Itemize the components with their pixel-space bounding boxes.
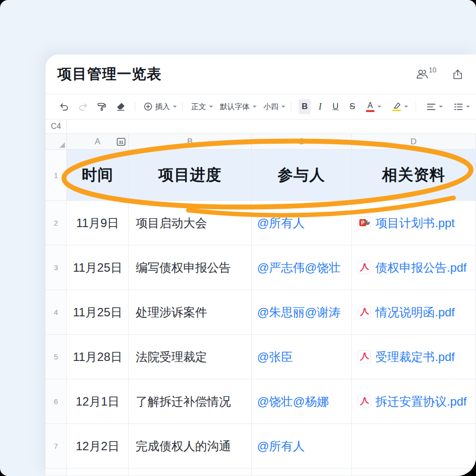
format-painter-button[interactable] bbox=[95, 99, 108, 114]
collaborator-count: 10 bbox=[428, 66, 436, 74]
cell-task[interactable]: 了解拆迁补偿情况 bbox=[129, 379, 252, 424]
highlight-color-button[interactable] bbox=[389, 99, 411, 114]
attachment-link[interactable]: 情况说明函.pdf bbox=[358, 304, 455, 320]
toolbar-divider bbox=[291, 102, 291, 111]
underline-label: U bbox=[332, 102, 338, 112]
pdf-file-icon bbox=[358, 350, 371, 363]
cell-date[interactable]: 11月9日 bbox=[67, 201, 129, 245]
attachment-link[interactable]: 受理裁定书.pdf bbox=[358, 349, 455, 365]
cell-participants[interactable]: @所有人 bbox=[252, 424, 352, 469]
paragraph-style-select[interactable]: 正文 bbox=[191, 102, 213, 112]
column-header-a[interactable]: A 31 bbox=[67, 134, 129, 150]
task-text: 法院受理裁定 bbox=[136, 349, 207, 365]
row-number[interactable]: 5 bbox=[46, 335, 67, 379]
mention-link[interactable]: @朱思丽@谢涛 bbox=[257, 304, 341, 320]
select-all-corner[interactable] bbox=[46, 134, 67, 150]
file-name: 项目计划书.ppt bbox=[375, 215, 455, 231]
cell-participants[interactable]: @张臣 bbox=[252, 335, 352, 379]
table-row: 7 12月2日 完成债权人的沟通 @所有人 bbox=[46, 424, 476, 469]
chevron-down-icon bbox=[466, 106, 470, 110]
toolbar-divider bbox=[416, 102, 416, 111]
mention-link[interactable]: @张臣 bbox=[257, 349, 293, 365]
font-color-icon: A bbox=[366, 102, 374, 112]
cell-attachment[interactable] bbox=[352, 424, 476, 469]
eraser-button[interactable] bbox=[114, 99, 127, 114]
row-number[interactable]: 6 bbox=[46, 379, 67, 424]
row-number[interactable]: 7 bbox=[46, 424, 67, 469]
cell-participants[interactable]: @严志伟@饶壮 bbox=[252, 245, 352, 290]
strikethrough-button[interactable]: S bbox=[347, 99, 358, 114]
table-row: 4 11月25日 处理涉诉案件 @朱思丽@谢涛 情况说明函.pdf bbox=[46, 290, 476, 335]
undo-button[interactable] bbox=[57, 99, 70, 114]
row-number[interactable]: 2 bbox=[46, 201, 67, 245]
align-select[interactable] bbox=[423, 99, 446, 114]
cell-task[interactable]: 处理涉诉案件 bbox=[129, 290, 252, 335]
mention-link[interactable]: @所有人 bbox=[257, 438, 305, 454]
header-cell-materials[interactable]: 相关资料 bbox=[352, 150, 476, 201]
italic-button[interactable]: I bbox=[316, 99, 324, 114]
cell-attachment[interactable]: P 项目计划书.ppt bbox=[352, 201, 476, 245]
cell-participants[interactable]: @朱思丽@谢涛 bbox=[252, 290, 352, 335]
list-select[interactable] bbox=[451, 99, 473, 114]
cell-task[interactable]: 项目启动大会 bbox=[129, 201, 252, 245]
table-row: 5 11月28日 法院受理裁定 @张臣 受理裁定书.pdf bbox=[46, 335, 476, 379]
insert-button[interactable]: 插入 bbox=[144, 102, 177, 112]
cell-date[interactable]: 11月25日 bbox=[67, 245, 129, 290]
cell-date[interactable] bbox=[67, 469, 129, 476]
cell-attachment[interactable]: 债权申报公告.pdf bbox=[352, 245, 476, 290]
font-size-select[interactable]: 小四 bbox=[264, 102, 285, 112]
cell-task[interactable]: 法院受理裁定 bbox=[129, 335, 252, 379]
header-cell-participants[interactable]: 参与人 bbox=[252, 150, 352, 201]
cell-attachment[interactable] bbox=[352, 469, 476, 476]
attachment-link[interactable]: 拆迁安置协议.pdf bbox=[358, 394, 467, 410]
cell-task[interactable] bbox=[129, 469, 252, 476]
mention-link[interactable]: @严志伟@饶壮 bbox=[257, 260, 341, 276]
date-text: 11月28日 bbox=[73, 349, 122, 365]
row-number[interactable] bbox=[46, 469, 67, 476]
row-number[interactable]: 1 bbox=[46, 150, 67, 201]
task-text: 项目启动大会 bbox=[136, 215, 207, 231]
attachment-link[interactable]: 债权申报公告.pdf bbox=[358, 260, 467, 276]
mention-link[interactable]: @饶壮@杨娜 bbox=[257, 394, 329, 410]
formula-input[interactable] bbox=[67, 119, 476, 133]
eraser-icon bbox=[116, 102, 125, 111]
row-number[interactable]: 3 bbox=[46, 245, 67, 290]
header-cell-progress[interactable]: 项目进度 bbox=[129, 150, 252, 201]
cell-reference[interactable]: C4 bbox=[46, 119, 67, 133]
share-icon bbox=[452, 69, 463, 80]
column-header-c[interactable]: C bbox=[252, 134, 352, 150]
underline-button[interactable]: U bbox=[329, 99, 341, 114]
column-letter: A bbox=[95, 137, 100, 147]
column-header-b[interactable]: B bbox=[129, 134, 252, 150]
cell-attachment[interactable]: 拆迁安置协议.pdf bbox=[352, 379, 476, 424]
bold-button[interactable]: B bbox=[299, 99, 311, 114]
row-number[interactable]: 4 bbox=[46, 290, 67, 335]
font-family-select[interactable]: 默认字体 bbox=[220, 102, 257, 112]
collaborators-button[interactable]: 10 bbox=[416, 69, 436, 79]
cell-date[interactable]: 11月28日 bbox=[67, 335, 129, 379]
header-cell-time[interactable]: 时间 bbox=[67, 150, 129, 201]
cell-attachment[interactable]: 情况说明函.pdf bbox=[352, 290, 476, 335]
pdf-file-icon bbox=[358, 261, 371, 274]
task-text: 编写债权申报公告 bbox=[136, 260, 231, 276]
cell-attachment[interactable]: 受理裁定书.pdf bbox=[352, 335, 476, 379]
redo-button[interactable] bbox=[76, 99, 89, 114]
font-color-button[interactable]: A bbox=[363, 99, 384, 114]
cell-date[interactable]: 12月1日 bbox=[67, 379, 129, 424]
document-card: 项目管理一览表 10 bbox=[46, 55, 476, 476]
header-row: 1 时间 项目进度 参与人 相关资料 bbox=[46, 150, 476, 201]
cell-participants[interactable]: @所有人 bbox=[252, 201, 352, 245]
cell-date[interactable]: 12月2日 bbox=[67, 424, 129, 469]
mention-link[interactable]: @所有人 bbox=[257, 215, 305, 231]
cell-date[interactable]: 11月25日 bbox=[67, 290, 129, 335]
column-header-d[interactable]: D bbox=[352, 134, 476, 150]
date-text: 12月1日 bbox=[76, 394, 119, 410]
cell-task[interactable]: 完成债权人的沟通 bbox=[129, 424, 252, 469]
highlighter-icon bbox=[392, 102, 401, 111]
cell-task[interactable]: 编写债权申报公告 bbox=[129, 245, 252, 290]
share-button[interactable] bbox=[452, 69, 463, 80]
attachment-link[interactable]: P 项目计划书.ppt bbox=[358, 215, 455, 231]
cell-participants[interactable] bbox=[252, 469, 352, 476]
cell-participants[interactable]: @饶壮@杨娜 bbox=[252, 379, 352, 424]
strikethrough-label: S bbox=[350, 102, 355, 112]
